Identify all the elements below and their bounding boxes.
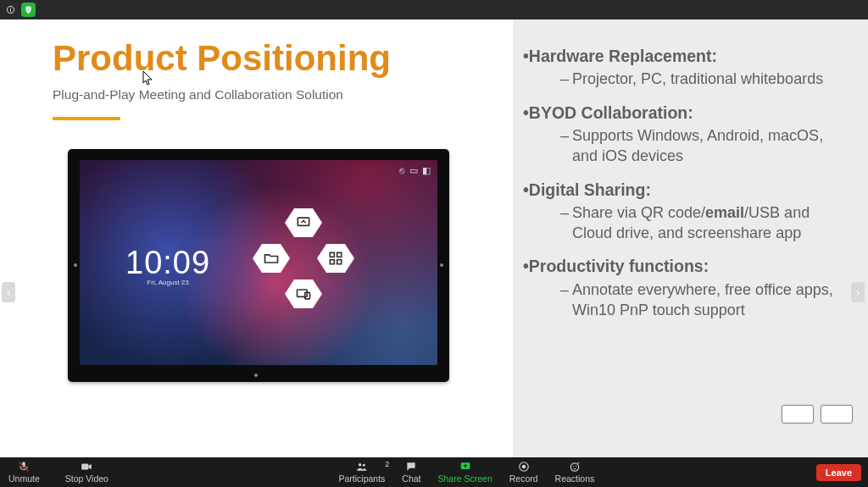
bullet-subtext: –Projector, PC, traditional whiteboards [560, 69, 853, 89]
slide-subtitle: Plug-and-Play Meeting and Collaboration … [53, 87, 513, 102]
device-hex-icon [285, 278, 322, 310]
interactive-display-illustration: ⎋ ▭ ◧ 10:09 Fri, August 23 [68, 149, 449, 382]
screen-share-hex-icon [285, 207, 322, 239]
svg-rect-1 [10, 9, 11, 12]
participants-button[interactable]: 2 Participants [330, 461, 393, 484]
share-screen-button[interactable]: Share Screen [430, 461, 501, 484]
display-screen: ⎋ ▭ ◧ 10:09 Fri, August 23 [80, 160, 437, 365]
svg-rect-5 [337, 252, 342, 257]
svg-point-19 [576, 466, 576, 467]
leave-button[interactable]: Leave [816, 464, 861, 481]
video-thumbnail[interactable] [821, 405, 853, 423]
video-thumbnail[interactable] [782, 405, 814, 423]
bullet-subtext: –Annotate everywhere, free office apps, … [560, 279, 853, 321]
display-clock: 10:09 [125, 245, 210, 281]
bullet-list: •Hardware Replacement:–Projector, PC, tr… [523, 45, 853, 320]
svg-rect-3 [298, 218, 309, 225]
bullet-heading: •Hardware Replacement: [523, 45, 853, 67]
encryption-shield-icon[interactable] [21, 3, 36, 17]
slide-prev-button[interactable]: ‹ [2, 282, 15, 302]
accent-underline [53, 117, 120, 120]
folder-hex-icon [253, 242, 290, 274]
svg-point-18 [573, 466, 574, 467]
display-status-icons: ⎋ ▭ ◧ [399, 165, 431, 176]
camera-icon: ▭ [409, 165, 418, 176]
unmute-button[interactable]: Unmute [0, 461, 48, 484]
svg-point-16 [521, 465, 526, 469]
bullet-heading: •BYOD Collaboration: [523, 102, 853, 124]
zoom-toolbar: Unmute Stop Video 2 Participants Chat Sh… [0, 457, 868, 487]
svg-text:+: + [577, 461, 580, 465]
presentation-slide: Product Positioning Plug-and-Play Meetin… [0, 19, 868, 457]
svg-rect-7 [337, 260, 342, 264]
window-titlebar [0, 0, 868, 19]
bullet-heading: •Digital Sharing: [523, 179, 853, 201]
network-icon: ⎋ [399, 165, 405, 176]
record-button[interactable]: Record [501, 461, 547, 484]
slide-next-button[interactable]: › [851, 282, 865, 302]
chat-button[interactable]: Chat [393, 461, 429, 484]
svg-rect-2 [10, 8, 11, 8]
bullet-heading: •Productivity functions: [523, 255, 853, 277]
bullet-subtext: –Share via QR code/email/USB and Cloud d… [560, 202, 853, 244]
slide-left-panel: Product Positioning Plug-and-Play Meetin… [0, 19, 513, 457]
slide-right-panel: •Hardware Replacement:–Projector, PC, tr… [513, 19, 868, 457]
display-date: Fri, August 23 [125, 279, 210, 286]
stop-video-button[interactable]: Stop Video [57, 461, 117, 484]
reactions-button[interactable]: + Reactions [547, 461, 604, 484]
svg-point-12 [359, 463, 362, 467]
svg-rect-6 [330, 260, 334, 264]
display-app-launcher [249, 207, 358, 315]
svg-rect-4 [330, 252, 334, 257]
bullet-subtext: –Supports Windows, Android, macOS, and i… [560, 125, 853, 167]
svg-point-13 [363, 464, 365, 467]
info-badge-icon[interactable] [3, 3, 18, 17]
wifi-icon: ◧ [422, 165, 431, 176]
svg-rect-11 [82, 464, 89, 470]
participants-count: 2 [385, 460, 389, 468]
slide-title: Product Positioning [53, 38, 513, 79]
apps-hex-icon [317, 242, 354, 274]
